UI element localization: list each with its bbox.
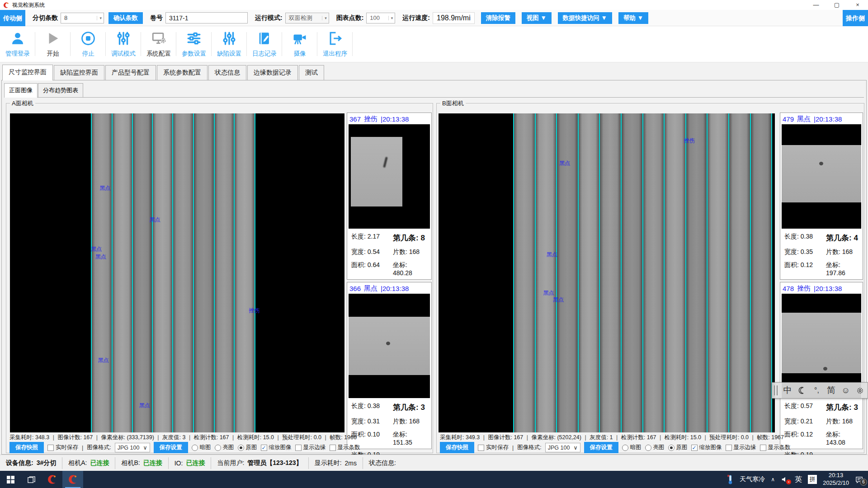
tab-5[interactable]: 状态信息 bbox=[208, 65, 246, 80]
tab-1[interactable]: 尺寸监控界面 bbox=[2, 65, 53, 80]
data-quick-access-button[interactable]: 数据快捷访问 ▼ bbox=[558, 12, 612, 24]
ime-chinese-mode[interactable]: 中 bbox=[780, 385, 795, 396]
radio-暗图[interactable] bbox=[192, 445, 198, 451]
defect-marker-label: 黑点 bbox=[95, 253, 106, 261]
weather-text[interactable]: 天气寒冷 bbox=[740, 475, 765, 483]
maximize-button[interactable]: ▢ bbox=[826, 0, 847, 10]
run-mode-dropdown[interactable]: 双面检测 ▾ bbox=[285, 13, 329, 23]
view-menu-button[interactable]: 视图 ▼ bbox=[522, 12, 552, 24]
smiley-icon[interactable]: ☺ bbox=[839, 385, 853, 395]
slit-count-dropdown[interactable]: 8 ▾ bbox=[61, 13, 104, 23]
tab-6[interactable]: 边缘数据记录 bbox=[247, 65, 298, 80]
image-format-dropdown[interactable]: JPG 100∨ bbox=[115, 443, 150, 452]
save-snapshot-button[interactable]: 保存快照 bbox=[440, 442, 474, 453]
radio-亮图[interactable] bbox=[215, 445, 221, 451]
capture-stat: 像素坐标: (5202,24) bbox=[531, 434, 581, 441]
checkbox-缩放图像[interactable]: ✓ bbox=[691, 445, 698, 451]
subtab-2[interactable]: 分布趋势图表 bbox=[38, 83, 83, 97]
toolbar-item-monitor-gear[interactable]: 系统配置 bbox=[141, 26, 176, 62]
radio-原图[interactable] bbox=[238, 445, 244, 451]
ime-simplified[interactable]: 简 bbox=[824, 385, 839, 396]
chart-points-dropdown[interactable]: 100 ▾ bbox=[366, 13, 395, 23]
checkbox-显示条数[interactable] bbox=[760, 445, 766, 451]
roll-number-input[interactable]: 3117-1 bbox=[165, 12, 248, 23]
defect-card[interactable]: 479黑点|20:13:38长度: 0.38第几条: 4宽度: 0.35片数: … bbox=[780, 113, 863, 280]
stat-coord: 坐标: 480.28 bbox=[393, 261, 427, 277]
subtab-1[interactable]: 正面图像 bbox=[4, 83, 38, 98]
tab-7[interactable]: 测试 bbox=[299, 65, 324, 80]
tab-2[interactable]: 缺陷监控界面 bbox=[54, 65, 104, 80]
realtime-save-checkbox[interactable] bbox=[47, 445, 54, 451]
stop-icon bbox=[80, 31, 96, 48]
stat-coord: 坐标: 197.86 bbox=[826, 261, 859, 277]
camera-a-status: 相机A:已连接 bbox=[62, 457, 115, 469]
drive-side-button[interactable]: 传动侧 bbox=[0, 10, 25, 26]
roll-number-value: 3117-1 bbox=[169, 14, 189, 22]
toolbar-item-log[interactable]: 日志记录 bbox=[247, 26, 282, 62]
close-button[interactable]: × bbox=[847, 0, 868, 10]
toolbar-item-exit[interactable]: 退出程序 bbox=[317, 26, 353, 62]
tab-3[interactable]: 产品型号配置 bbox=[105, 65, 156, 80]
drag-handle[interactable] bbox=[774, 385, 778, 395]
toolbar-item-camera[interactable]: 摄像 bbox=[282, 26, 317, 62]
checkbox-显示边缘[interactable] bbox=[295, 445, 302, 451]
ime-punctuation[interactable]: °, bbox=[809, 386, 824, 394]
capture-stat: 预处理耗时: 0.0 bbox=[282, 434, 321, 441]
speaker-muted-icon[interactable]: × bbox=[781, 475, 789, 483]
gear-icon[interactable] bbox=[853, 387, 868, 394]
defect-stats: 长度: 0.57第几条: 3宽度: 0.21片数: 168面积: 0.12坐标:… bbox=[782, 398, 861, 463]
save-settings-button[interactable]: 保存设置 bbox=[584, 442, 618, 453]
stat-coord: 坐标: 151.35 bbox=[393, 431, 427, 446]
capture-stat: 采集耗时: 348.3 bbox=[9, 434, 49, 441]
checkbox-显示边缘[interactable] bbox=[726, 445, 732, 451]
toolbar-item-sliders-v2[interactable]: 缺陷设置 bbox=[212, 26, 247, 62]
active-app-icon[interactable] bbox=[62, 471, 83, 488]
defect-card[interactable]: 367挫伤|20:13:38长度: 2.17第几条: 8宽度: 0.54片数: … bbox=[347, 113, 432, 280]
realtime-save-checkbox[interactable] bbox=[478, 445, 484, 451]
defect-card[interactable]: 366黑点|20:13:38长度: 0.38第几条: 3宽度: 0.31片数: … bbox=[347, 282, 432, 449]
defect-marker-label: 黑点 bbox=[91, 245, 102, 253]
toolbar-item-sliders-h[interactable]: 参数设置 bbox=[176, 26, 212, 62]
checkbox-显示条数[interactable] bbox=[330, 445, 336, 451]
toolbar-item-stop[interactable]: 停止 bbox=[71, 26, 106, 62]
defect-marker-label: 挫伤 bbox=[249, 307, 259, 314]
clear-alarm-button[interactable]: 清除报警 bbox=[481, 12, 515, 24]
defect-type: 黑点 bbox=[364, 284, 377, 293]
pinned-app-icon[interactable] bbox=[42, 471, 62, 488]
operator-side-button[interactable]: 操作侧 bbox=[843, 10, 868, 26]
hidden-icons-chevron[interactable]: ∧ bbox=[771, 476, 775, 483]
defect-stats: 长度: 0.38第几条: 3宽度: 0.31片数: 168面积: 0.10坐标:… bbox=[349, 398, 430, 463]
radio-label: 原图 bbox=[246, 444, 257, 451]
image-format-dropdown[interactable]: JPG 100∨ bbox=[545, 443, 580, 452]
toolbar-item-sliders-v[interactable]: 调试模式 bbox=[106, 26, 141, 62]
thermometer-icon[interactable] bbox=[727, 475, 734, 484]
moon-icon[interactable] bbox=[795, 387, 809, 394]
defect-card[interactable]: 478挫伤|20:13:38长度: 0.57第几条: 3宽度: 0.21片数: … bbox=[780, 282, 863, 449]
stat-area: 面积: 0.12 bbox=[784, 261, 826, 277]
defect-thumbnail bbox=[782, 124, 861, 229]
chart-points-value: 100 bbox=[370, 14, 380, 21]
save-snapshot-button[interactable]: 保存快照 bbox=[9, 442, 44, 453]
minimize-button[interactable]: — bbox=[806, 0, 826, 10]
taskbar-clock[interactable]: 20:13 2025/2/10 bbox=[823, 472, 849, 487]
tab-4[interactable]: 系统参数配置 bbox=[157, 65, 208, 80]
checkbox-缩放图像[interactable]: ✓ bbox=[261, 445, 267, 451]
confirm-count-button[interactable]: 确认条数 bbox=[108, 12, 143, 24]
ime-mode-indicator[interactable]: 拼 bbox=[808, 475, 817, 484]
language-indicator[interactable]: 英 bbox=[795, 475, 802, 484]
task-view-icon[interactable] bbox=[21, 471, 42, 488]
capture-stat: 图像计数: 167 bbox=[57, 434, 93, 441]
stat-width: 宽度: 0.31 bbox=[351, 418, 393, 426]
radio-暗图[interactable] bbox=[622, 445, 628, 451]
checkbox-label: 显示条数 bbox=[768, 444, 791, 451]
start-button[interactable] bbox=[0, 471, 21, 488]
stat-area: 面积: 0.12 bbox=[784, 431, 826, 446]
toolbar-item-user[interactable]: 管理登录 bbox=[0, 26, 35, 62]
notification-center-icon[interactable]: 6 bbox=[855, 475, 863, 484]
radio-亮图[interactable] bbox=[645, 445, 651, 451]
toolbar-item-play[interactable]: 开始 bbox=[35, 26, 71, 62]
save-settings-button[interactable]: 保存设置 bbox=[154, 442, 188, 453]
help-menu-button[interactable]: 帮助 ▼ bbox=[618, 12, 648, 24]
mute-badge: × bbox=[786, 479, 791, 484]
radio-原图[interactable] bbox=[668, 445, 675, 451]
